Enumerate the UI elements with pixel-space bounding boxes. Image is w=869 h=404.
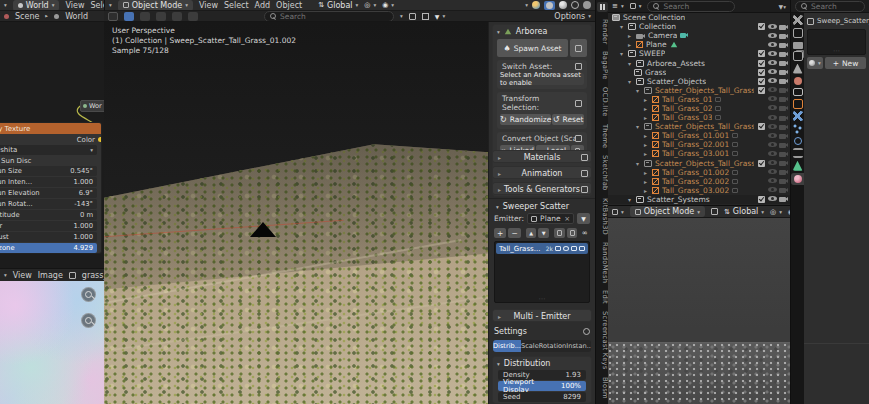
mini-viewport-canvas[interactable] xyxy=(608,218,790,404)
outliner-row[interactable]: ▸Tall_Grass_03 xyxy=(608,113,790,122)
tab-rotation[interactable]: Rotation xyxy=(539,340,567,352)
render-toggle[interactable] xyxy=(779,68,788,76)
tab-collection-icon[interactable] xyxy=(793,88,803,96)
outliner-row[interactable]: ▸Camera xyxy=(608,31,790,40)
shading-wireframe-icon[interactable] xyxy=(571,1,579,9)
hide-toggle[interactable] xyxy=(768,114,777,122)
tab-ocdlite[interactable]: OCD.lite xyxy=(596,87,609,117)
menu-add[interactable]: Add xyxy=(255,1,271,10)
arborea-panel-header[interactable]: ▾ Arborea xyxy=(493,25,591,38)
tab-physics-icon[interactable] xyxy=(794,137,802,145)
hide-toggle[interactable] xyxy=(768,23,777,31)
menu-select[interactable]: Select xyxy=(90,1,104,10)
node-field[interactable]: Sun Rotat...-143° xyxy=(0,199,97,209)
tab-scene-icon[interactable] xyxy=(793,64,803,74)
outliner-row[interactable]: ▾Collection xyxy=(608,22,790,31)
expand-caret[interactable]: ▾ xyxy=(618,50,625,57)
tab-particles-icon[interactable] xyxy=(793,124,803,134)
tab-randomesh[interactable]: RandoMesh xyxy=(596,242,609,283)
node-field[interactable]: Dust1.000 xyxy=(0,232,97,242)
filter-funnel-icon[interactable]: ▼▾ xyxy=(779,3,786,10)
image-name[interactable]: grass_path... xyxy=(82,271,104,280)
panel-options-icon[interactable] xyxy=(575,63,582,70)
expand-caret[interactable]: ▸ xyxy=(642,141,649,148)
render-toggle[interactable] xyxy=(779,141,788,149)
hide-toggle[interactable] xyxy=(768,32,777,40)
outliner-row[interactable]: ▾Scatter_Objects xyxy=(608,77,790,86)
node-field-active[interactable]: Ozone4.929 xyxy=(0,243,97,253)
render-toggle[interactable] xyxy=(779,59,788,67)
outliner-row[interactable]: ▾SWEEP xyxy=(608,49,790,58)
render-toggle[interactable] xyxy=(779,32,788,40)
filter-caret[interactable]: ▾ xyxy=(400,13,403,19)
presets-icon[interactable] xyxy=(583,328,590,335)
asset-browser-button[interactable] xyxy=(570,39,587,57)
properties-search-input[interactable] xyxy=(811,2,859,11)
display-mode-dropdown[interactable]: ≡▾ xyxy=(612,2,624,10)
outliner-row[interactable]: Scene Collection xyxy=(608,13,790,22)
remove-item-button[interactable]: − xyxy=(508,228,520,238)
menu-object[interactable]: Object xyxy=(276,1,302,10)
breadcrumb-world[interactable]: World xyxy=(65,12,88,21)
properties-breadcrumb[interactable]: Sweep_Scatter_Tall_G... xyxy=(804,13,869,27)
hide-toggle[interactable] xyxy=(768,68,777,76)
exclude-checkbox[interactable] xyxy=(758,123,765,130)
eyedropper-button[interactable]: ▼ xyxy=(577,213,590,224)
tab-edit[interactable]: Edit xyxy=(596,290,609,304)
active-tool-icon[interactable] xyxy=(108,12,118,21)
color-output-socket[interactable] xyxy=(98,137,102,142)
collections-icon[interactable] xyxy=(422,13,429,20)
move-up-button[interactable]: ▲ xyxy=(526,228,537,238)
hide-toggle[interactable] xyxy=(768,95,777,103)
browse-material-button[interactable]: ▾ xyxy=(807,57,823,69)
exclude-checkbox[interactable] xyxy=(758,69,765,76)
seed-field[interactable]: Seed8299 xyxy=(498,392,586,402)
panel-options-icon[interactable] xyxy=(581,170,588,177)
link-button[interactable]: ∞ xyxy=(579,228,590,238)
render-toggle[interactable] xyxy=(779,114,788,122)
bookmark-icon[interactable] xyxy=(409,13,416,20)
hide-toggle[interactable] xyxy=(768,177,777,185)
hide-toggle[interactable] xyxy=(768,150,777,158)
new-material-button[interactable]: +New xyxy=(825,57,866,69)
outliner-row[interactable]: ▸Plane xyxy=(608,40,790,49)
tab-instances[interactable]: Instan... xyxy=(566,340,591,352)
node-input-socket[interactable] xyxy=(83,104,87,108)
tab-scale[interactable]: Scale xyxy=(521,340,539,352)
render-toggle[interactable] xyxy=(779,123,788,131)
orientation-dropdown[interactable]: ⇅Global▾ xyxy=(724,207,764,216)
move-down-button[interactable]: ▼ xyxy=(538,228,549,238)
snap-dropdown[interactable]: ◎▾ xyxy=(364,1,376,9)
tab-material-active[interactable] xyxy=(791,173,804,185)
panel-options-icon[interactable] xyxy=(575,135,582,142)
hide-toggle[interactable] xyxy=(768,77,777,85)
world-selector[interactable]: World▾ xyxy=(13,0,60,11)
expand-caret[interactable]: ▾ xyxy=(618,23,625,30)
multi-emitter-panel[interactable]: ▸Multi - Emitter xyxy=(492,309,592,322)
tab-sketchfab[interactable]: Sketchfab xyxy=(596,155,609,191)
exclude-checkbox[interactable] xyxy=(758,23,765,30)
expand-caret[interactable]: ▾ xyxy=(634,87,641,94)
exclude-checkbox[interactable] xyxy=(758,196,765,203)
proportional-edit-dropdown[interactable]: ◉▾ xyxy=(382,1,394,9)
shading-material-icon[interactable] xyxy=(559,1,567,9)
hide-toggle[interactable] xyxy=(768,104,777,112)
menu-image[interactable]: Image xyxy=(38,271,63,280)
outliner-row[interactable]: ▸Tall_Grass_03.001 xyxy=(608,149,790,158)
tab-blosm[interactable]: Blosm xyxy=(596,377,609,399)
expand-caret[interactable]: ▸ xyxy=(642,132,649,139)
tab-kitbash3d[interactable]: KitBash3D xyxy=(596,198,609,235)
hide-toggle[interactable] xyxy=(768,59,777,67)
render-toggle[interactable] xyxy=(779,23,788,31)
options-menu[interactable]: Options▾ xyxy=(554,12,591,21)
tab-tool-icon[interactable] xyxy=(793,15,803,25)
tab-constraints-icon[interactable] xyxy=(793,148,803,158)
snap-dropdown[interactable]: ◎▾ xyxy=(770,208,782,216)
grid-icon[interactable] xyxy=(711,208,718,215)
tab-theme[interactable]: Theme xyxy=(596,124,609,148)
outliner-row[interactable]: ▸Tall_Grass_02.002 xyxy=(608,177,790,186)
search-input[interactable] xyxy=(280,12,388,21)
exclude-checkbox[interactable] xyxy=(758,87,765,94)
expand-caret[interactable]: ▸ xyxy=(642,187,649,194)
lock-toggle-icon[interactable] xyxy=(571,246,577,251)
